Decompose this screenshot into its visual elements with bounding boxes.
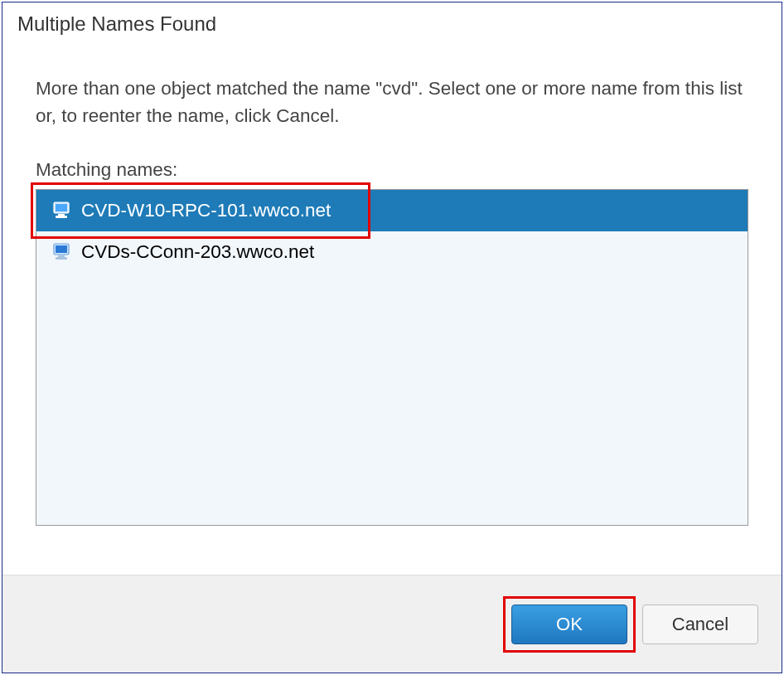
dialog-title: Multiple Names Found [2,2,782,36]
svg-rect-5 [56,245,67,253]
list-item-label: CVD-W10-RPC-101.wwco.net [81,200,331,221]
dialog-content: More than one object matched the name "c… [2,36,782,575]
svg-rect-7 [56,257,67,260]
svg-rect-6 [58,255,65,257]
computer-icon [51,243,71,261]
list-item-label: CVDs-CConn-203.wwco.net [81,241,314,263]
cancel-button[interactable]: Cancel [642,605,758,644]
list-item[interactable]: CVD-W10-RPC-101.wwco.net [36,190,748,231]
ok-button[interactable]: OK [511,605,627,644]
svg-rect-2 [58,214,65,216]
matching-names-list[interactable]: CVD-W10-RPC-101.wwco.net CVDs-CConn-203.… [36,189,748,526]
dialog-message: More than one object matched the name "c… [36,75,748,129]
list-container: CVD-W10-RPC-101.wwco.net CVDs-CConn-203.… [36,189,748,526]
dialog-footer: OK Cancel [2,575,782,673]
list-item[interactable]: CVDs-CConn-203.wwco.net [36,231,748,273]
svg-rect-1 [56,204,67,211]
computer-icon [51,202,71,220]
svg-rect-3 [56,216,67,218]
matching-names-label: Matching names: [36,159,748,181]
ok-button-wrap: OK [511,605,627,644]
multiple-names-dialog: Multiple Names Found More than one objec… [2,2,782,673]
